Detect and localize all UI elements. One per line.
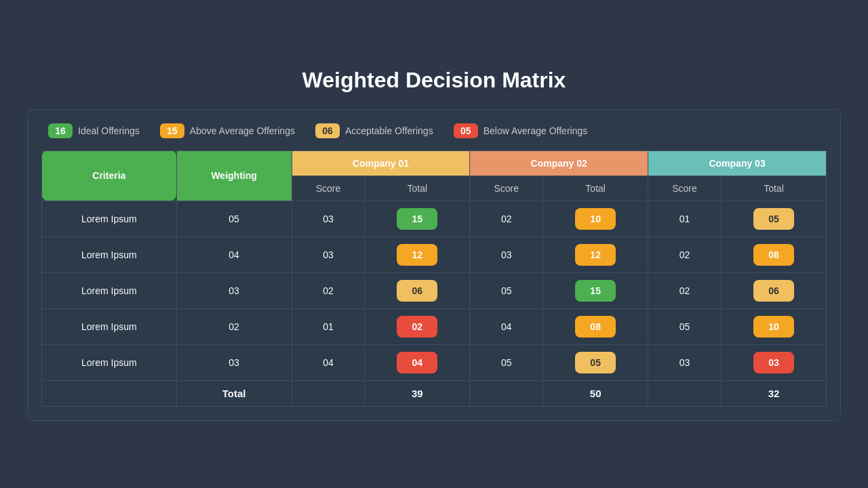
total-empty-c03-score <box>648 380 722 406</box>
total-empty-c02-score <box>470 380 543 406</box>
c01-score-1: 03 <box>292 237 365 272</box>
legend-badge-ideal: 16 <box>48 123 73 138</box>
total-row: Total 39 50 32 <box>42 380 827 406</box>
legend-label-ideal: Ideal Offerings <box>78 125 140 136</box>
c01-total-badge-3: 02 <box>397 316 437 338</box>
legend-badge-acceptable: 06 <box>315 123 340 138</box>
c02-total-4: 05 <box>543 344 648 380</box>
c02-total-2: 15 <box>543 272 648 308</box>
c01-score-3: 01 <box>292 308 365 344</box>
table-row: Lorem Ipsum 04 03 12 03 12 02 08 <box>42 237 827 272</box>
header-weighting: Weighting <box>176 150 292 201</box>
c02-total-badge-0: 10 <box>575 208 616 230</box>
c02-score-2: 05 <box>470 272 543 308</box>
weighting-cell-1: 04 <box>176 237 292 272</box>
table-row: Lorem Ipsum 03 04 04 05 05 03 03 <box>42 344 827 380</box>
c03-score-4: 03 <box>648 344 722 380</box>
c01-total-2: 06 <box>365 272 470 308</box>
header-criteria: Criteria <box>42 150 177 201</box>
subheader-c02-total: Total <box>543 176 648 201</box>
weighting-cell-4: 03 <box>176 344 292 380</box>
table-row: Lorem Ipsum 03 02 06 05 15 02 06 <box>42 272 827 308</box>
c02-score-4: 05 <box>470 344 543 380</box>
c02-total-badge-2: 15 <box>575 280 616 302</box>
c02-score-1: 03 <box>470 237 543 272</box>
criteria-cell-2: Lorem Ipsum <box>42 272 177 308</box>
c03-total-4: 03 <box>721 344 826 380</box>
total-label: Total <box>176 380 292 406</box>
c01-total-4: 04 <box>365 344 470 380</box>
c03-total-badge-4: 03 <box>753 352 794 373</box>
c03-total-2: 06 <box>721 272 826 308</box>
total-empty-c01-score <box>292 380 365 406</box>
c03-total-badge-2: 06 <box>753 280 794 302</box>
weighting-cell-2: 03 <box>176 272 292 308</box>
subheader-c01-total: Total <box>365 176 470 201</box>
header-company-03: Company 03 <box>648 150 827 176</box>
c02-score-0: 02 <box>470 201 543 237</box>
c01-score-0: 03 <box>292 201 365 237</box>
subheader-c02-score: Score <box>470 176 543 201</box>
header-company-02: Company 02 <box>470 150 648 176</box>
total-c02: 50 <box>543 380 648 406</box>
c02-total-badge-1: 12 <box>575 244 616 266</box>
c01-total-badge-2: 06 <box>397 280 437 302</box>
c03-total-badge-1: 08 <box>753 244 794 266</box>
c01-total-3: 02 <box>365 308 470 344</box>
c02-total-3: 08 <box>543 308 648 344</box>
legend-badge-above: 15 <box>160 123 184 138</box>
legend-label-acceptable: Acceptable Offerings <box>345 125 433 136</box>
legend-item-ideal: 16 Ideal Offerings <box>48 123 140 138</box>
weighting-cell-0: 05 <box>176 201 292 237</box>
total-empty-criteria <box>42 380 177 406</box>
subheader-c01-score: Score <box>292 176 365 201</box>
legend-item-above: 15 Above Average Offerings <box>160 123 295 138</box>
c03-score-2: 02 <box>648 272 722 308</box>
c03-total-0: 05 <box>721 201 826 237</box>
legend-label-above: Above Average Offerings <box>190 125 295 136</box>
c03-score-1: 02 <box>648 237 722 272</box>
c02-total-badge-3: 08 <box>575 316 616 338</box>
c02-total-1: 12 <box>543 237 648 272</box>
subheader-c03-score: Score <box>648 176 722 201</box>
c01-total-0: 15 <box>365 201 470 237</box>
c01-score-2: 02 <box>292 272 365 308</box>
matrix-container: 16 Ideal Offerings 15 Above Average Offe… <box>27 109 841 421</box>
c01-total-badge-4: 04 <box>397 352 437 373</box>
c01-total-badge-0: 15 <box>397 208 437 230</box>
c03-total-3: 10 <box>721 308 826 344</box>
matrix-table: Criteria Weighting Company 01 Company 02… <box>41 150 827 407</box>
c02-total-badge-4: 05 <box>575 352 616 373</box>
criteria-cell-4: Lorem Ipsum <box>42 344 177 380</box>
table-row: Lorem Ipsum 02 01 02 04 08 05 10 <box>42 308 827 344</box>
legend-item-below: 05 Below Average Offerings <box>454 123 588 138</box>
total-c01: 39 <box>365 380 470 406</box>
total-c03: 32 <box>721 380 826 406</box>
c03-total-badge-0: 05 <box>753 208 794 230</box>
c02-total-0: 10 <box>543 201 648 237</box>
weighting-cell-3: 02 <box>176 308 292 344</box>
criteria-cell-3: Lorem Ipsum <box>42 308 177 344</box>
header-company-01: Company 01 <box>292 150 470 176</box>
criteria-cell-1: Lorem Ipsum <box>42 237 177 272</box>
c01-total-1: 12 <box>365 237 470 272</box>
legend-badge-below: 05 <box>454 123 478 138</box>
c03-score-3: 05 <box>648 308 722 344</box>
c03-score-0: 01 <box>648 201 722 237</box>
criteria-cell-0: Lorem Ipsum <box>42 201 177 237</box>
page-title: Weighted Decision Matrix <box>302 68 566 93</box>
legend: 16 Ideal Offerings 15 Above Average Offe… <box>41 123 827 138</box>
c02-score-3: 04 <box>470 308 543 344</box>
c03-total-1: 08 <box>721 237 826 272</box>
legend-label-below: Below Average Offerings <box>484 125 588 136</box>
c01-score-4: 04 <box>292 344 365 380</box>
c03-total-badge-3: 10 <box>753 316 794 338</box>
legend-item-acceptable: 06 Acceptable Offerings <box>315 123 433 138</box>
subheader-c03-total: Total <box>721 176 826 201</box>
table-row: Lorem Ipsum 05 03 15 02 10 01 05 <box>42 201 827 237</box>
c01-total-badge-1: 12 <box>397 244 437 266</box>
